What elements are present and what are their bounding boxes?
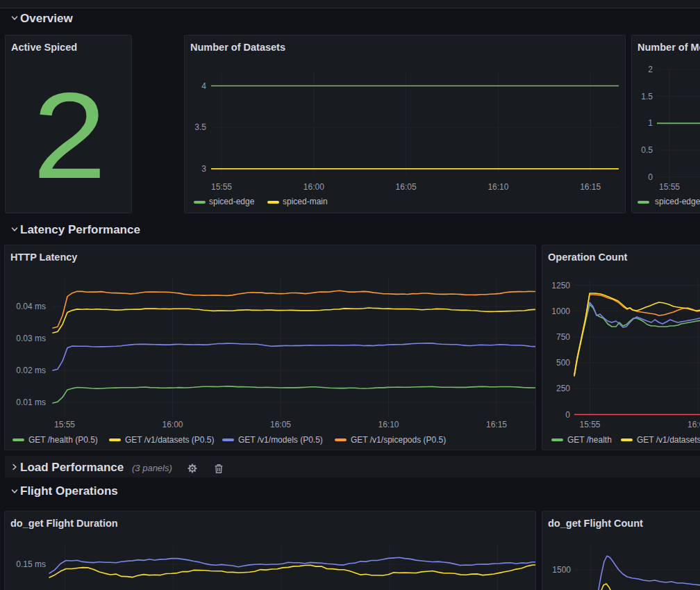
svg-text:GET /v1/datasets (P0.5): GET /v1/datasets (P0.5) <box>125 435 215 445</box>
svg-text:16:05: 16:05 <box>396 182 417 192</box>
svg-text:16:00: 16:00 <box>688 420 700 429</box>
svg-text:1500: 1500 <box>552 565 571 575</box>
svg-text:spiced-edge: spiced-edge <box>655 197 700 206</box>
svg-text:500: 500 <box>556 358 570 368</box>
svg-text:15:55: 15:55 <box>54 420 75 429</box>
svg-text:3: 3 <box>201 164 206 174</box>
svg-text:16:15: 16:15 <box>486 420 507 429</box>
svg-text:16:00: 16:00 <box>162 420 183 429</box>
svg-text:3.5: 3.5 <box>194 122 206 132</box>
svg-text:spiced-edge: spiced-edge <box>209 197 255 206</box>
svg-text:GET /health (P0.5): GET /health (P0.5) <box>28 435 98 445</box>
svg-text:750: 750 <box>556 332 570 342</box>
svg-text:1: 1 <box>648 118 653 128</box>
svg-text:GET /v1/spicepods (P0.5): GET /v1/spicepods (P0.5) <box>351 435 446 445</box>
svg-text:0.02 ms: 0.02 ms <box>16 366 46 375</box>
svg-text:1000: 1000 <box>551 306 570 316</box>
svg-text:250: 250 <box>556 384 570 393</box>
svg-text:16:15: 16:15 <box>580 182 601 192</box>
svg-text:15:55: 15:55 <box>659 182 680 192</box>
svg-text:0.01 ms: 0.01 ms <box>16 398 46 407</box>
svg-text:0.03 ms: 0.03 ms <box>16 334 46 343</box>
svg-text:1250: 1250 <box>551 281 570 290</box>
svg-text:2: 2 <box>648 65 653 74</box>
svg-text:GET /v1/datasets: GET /v1/datasets <box>637 435 700 445</box>
svg-text:0: 0 <box>648 172 653 182</box>
svg-text:0.15 ms: 0.15 ms <box>16 559 46 569</box>
svg-text:16:10: 16:10 <box>378 420 399 429</box>
svg-text:GET /health: GET /health <box>567 435 612 445</box>
svg-text:0: 0 <box>565 410 570 420</box>
svg-text:0.5: 0.5 <box>641 145 653 155</box>
svg-text:16:05: 16:05 <box>270 420 291 429</box>
svg-text:1.5: 1.5 <box>641 92 653 101</box>
svg-text:spiced-main: spiced-main <box>283 197 328 206</box>
svg-text:GET /v1/models (P0.5): GET /v1/models (P0.5) <box>238 435 323 445</box>
svg-text:15:55: 15:55 <box>579 420 600 429</box>
svg-text:0.04 ms: 0.04 ms <box>16 302 46 311</box>
svg-text:4: 4 <box>201 81 206 91</box>
svg-text:16:00: 16:00 <box>303 182 324 192</box>
svg-text:15:55: 15:55 <box>211 182 232 192</box>
svg-text:16:10: 16:10 <box>488 182 508 192</box>
